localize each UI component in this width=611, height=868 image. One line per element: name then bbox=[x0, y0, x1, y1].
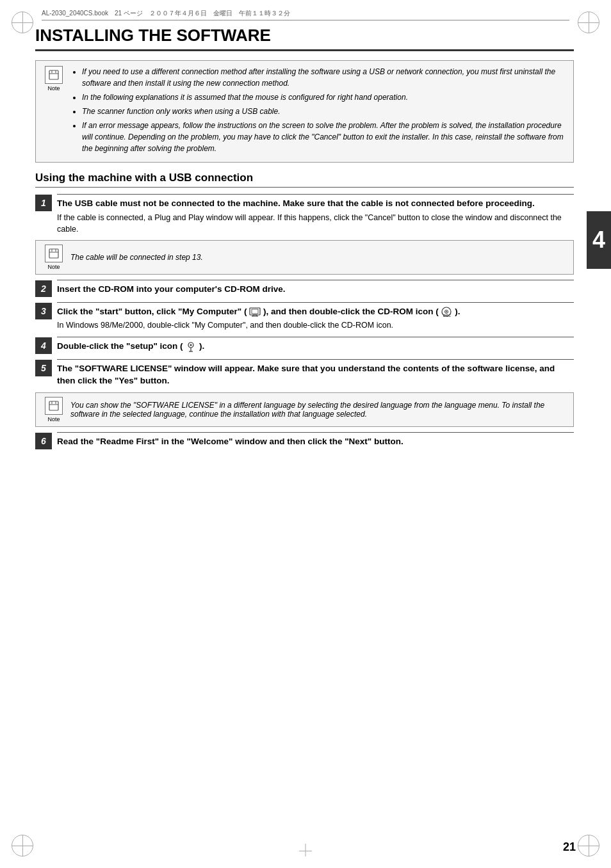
step-6-content: Read the "Readme First" in the "Welcome"… bbox=[57, 432, 574, 448]
step1-note-text: The cable will be connected in step 13. bbox=[70, 253, 203, 262]
step5-note-icon: Note bbox=[42, 397, 65, 422]
step5-note-text: You can show the "SOFTWARE LICENSE" in a… bbox=[70, 401, 567, 419]
step-number-5: 5 bbox=[35, 360, 52, 376]
step-2: 2 Insert the CD-ROM into your computer's… bbox=[35, 280, 574, 297]
step5-note-box: Note You can show the "SOFTWARE LICENSE"… bbox=[35, 392, 574, 427]
step-1-normal: If the cable is connected, a Plug and Pl… bbox=[57, 212, 574, 235]
svg-rect-0 bbox=[49, 70, 58, 79]
step-3-bold: Click the "start" button, click "My Comp… bbox=[57, 305, 574, 318]
corner-mark-tl bbox=[12, 12, 33, 33]
bottom-center-mark bbox=[306, 844, 306, 856]
file-info: AL-2030_2040CS.book 21 ページ ２００７年４月６日 金曜日… bbox=[42, 9, 290, 18]
corner-mark-tr bbox=[578, 12, 599, 33]
svg-text:DISC: DISC bbox=[443, 314, 451, 317]
main-note-item-2: In the following explanations it is assu… bbox=[82, 92, 567, 103]
page-title: INSTALLING THE SOFTWARE bbox=[35, 26, 574, 51]
step-3: 3 Click the "start" button, click "My Co… bbox=[35, 302, 574, 332]
main-content: INSTALLING THE SOFTWARE Note If you need… bbox=[35, 26, 574, 836]
svg-point-21 bbox=[190, 344, 192, 346]
chapter-tab: 4 bbox=[587, 211, 611, 269]
step1-note-label: Note bbox=[47, 264, 60, 270]
step-3-content: Click the "start" button, click "My Comp… bbox=[57, 302, 574, 332]
step1-note-symbol bbox=[48, 248, 60, 259]
step5-note-symbol bbox=[48, 400, 60, 412]
step-4-content: Double-click the "setup" icon ( ). bbox=[57, 337, 574, 353]
svg-rect-4 bbox=[49, 249, 58, 258]
step5-note-label: Note bbox=[47, 416, 60, 422]
step-number-3: 3 bbox=[35, 303, 52, 319]
step-number-6: 6 bbox=[35, 433, 52, 449]
section-heading: Using the machine with a USB connection bbox=[35, 172, 574, 188]
main-note-list: If you need to use a different connectio… bbox=[72, 66, 567, 154]
meta-bar: AL-2030_2040CS.book 21 ページ ２００７年４月６日 金曜日… bbox=[42, 9, 569, 20]
step-5-content: The "SOFTWARE LICENSE" window will appea… bbox=[57, 359, 574, 387]
cdrom-icon: DISC bbox=[441, 306, 452, 317]
step-number-1: 1 bbox=[35, 195, 52, 211]
step1-note-box: Note The cable will be connected in step… bbox=[35, 240, 574, 275]
step-2-bold: Insert the CD-ROM into your computer's C… bbox=[57, 283, 574, 296]
step-6: 6 Read the "Readme First" in the "Welcom… bbox=[35, 432, 574, 449]
step-number-2: 2 bbox=[35, 280, 52, 297]
svg-rect-22 bbox=[49, 401, 58, 410]
note-label-main: Note bbox=[47, 85, 60, 92]
note-icon-main: Note bbox=[42, 66, 65, 157]
setup-icon bbox=[185, 341, 197, 352]
step-5: 5 The "SOFTWARE LICENSE" window will app… bbox=[35, 359, 574, 387]
step-4: 4 Double-click the "setup" icon ( ). bbox=[35, 337, 574, 354]
corner-mark-bl bbox=[12, 835, 33, 856]
step-1: 1 The USB cable must not be connected to… bbox=[35, 194, 574, 235]
step1-note-icon: Note bbox=[42, 245, 65, 270]
step-2-content: Insert the CD-ROM into your computer's C… bbox=[57, 280, 574, 296]
page-number: 21 bbox=[563, 840, 576, 854]
note-icon-img bbox=[45, 66, 63, 84]
my-computer-icon bbox=[249, 306, 261, 317]
bottom-center-h bbox=[299, 851, 312, 851]
note-symbol-icon bbox=[48, 69, 60, 81]
step-6-bold: Read the "Readme First" in the "Welcome"… bbox=[57, 435, 574, 448]
main-note-item-3: The scanner function only works when usi… bbox=[82, 106, 567, 117]
corner-mark-br bbox=[578, 835, 599, 856]
main-note-item-1: If you need to use a different connectio… bbox=[82, 66, 567, 89]
main-note-content: If you need to use a different connectio… bbox=[72, 66, 567, 157]
step-number-4: 4 bbox=[35, 337, 52, 354]
svg-point-16 bbox=[446, 311, 447, 312]
svg-rect-9 bbox=[252, 309, 258, 314]
step-1-content: The USB cable must not be connected to t… bbox=[57, 194, 574, 235]
main-note-box: Note If you need to use a different conn… bbox=[35, 60, 574, 163]
main-note-item-4: If an error message appears, follow the … bbox=[82, 120, 567, 154]
step-5-bold: The "SOFTWARE LICENSE" window will appea… bbox=[57, 362, 574, 387]
step-3-normal: In Windows 98/Me/2000, double-click "My … bbox=[57, 319, 574, 331]
step1-note-icon-img bbox=[45, 245, 63, 262]
step-4-bold: Double-click the "setup" icon ( ). bbox=[57, 340, 574, 353]
step-1-bold: The USB cable must not be connected to t… bbox=[57, 197, 574, 210]
step5-note-icon-img bbox=[45, 397, 63, 415]
